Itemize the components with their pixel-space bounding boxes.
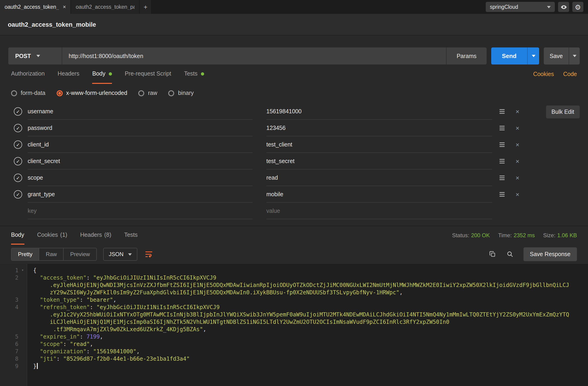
param-value-input[interactable]: test_client bbox=[266, 136, 492, 153]
drag-handle-icon[interactable] bbox=[496, 156, 508, 167]
json-key: "jti" bbox=[40, 356, 56, 362]
body-type-raw[interactable]: raw bbox=[138, 90, 157, 96]
tab-tests[interactable]: Tests bbox=[184, 64, 204, 84]
save-response-button[interactable]: Save Response bbox=[523, 247, 577, 261]
save-button[interactable]: Save bbox=[544, 47, 569, 64]
param-key-input[interactable]: scope bbox=[28, 169, 252, 186]
drag-handle-icon[interactable] bbox=[496, 172, 508, 183]
line-number: 4 bbox=[0, 304, 19, 311]
remove-row-icon[interactable]: × bbox=[511, 106, 524, 117]
tab-label: Cookies bbox=[37, 232, 58, 238]
view-mode-raw[interactable]: Raw bbox=[39, 248, 64, 260]
code-line: 5"expires_in": 7199, bbox=[0, 333, 588, 340]
response-tab-body[interactable]: Body bbox=[11, 226, 24, 244]
json-string: .eyJ1c2VyX25hbWUiOiIxNTYxOTg0MTAwMCIsInN… bbox=[50, 311, 569, 318]
wrap-lines-button[interactable] bbox=[142, 248, 156, 261]
param-key-placeholder[interactable]: key bbox=[28, 203, 252, 219]
json-punct: : bbox=[86, 348, 93, 355]
format-label: JSON bbox=[109, 251, 124, 258]
send-group: Send bbox=[491, 47, 539, 64]
tab-authorization[interactable]: Authorization bbox=[11, 64, 45, 84]
param-key-input[interactable]: grant_type bbox=[28, 186, 252, 203]
param-checkbox[interactable]: ✓ bbox=[14, 190, 22, 199]
remove-row-icon[interactable]: × bbox=[511, 172, 524, 183]
body-type-x-www-form-urlencoded[interactable]: x-www-form-urlencoded bbox=[56, 90, 127, 96]
remove-row-icon[interactable]: × bbox=[511, 139, 524, 150]
remove-row-icon[interactable]: × bbox=[511, 122, 524, 134]
drag-handle-icon[interactable] bbox=[496, 122, 508, 134]
tab-count: (1) bbox=[60, 232, 67, 238]
radio-label: raw bbox=[148, 90, 157, 96]
topbar-controls: springCloud ⚙ bbox=[486, 0, 588, 14]
save-options-button[interactable] bbox=[569, 47, 580, 64]
param-checkbox[interactable]: ✓ bbox=[14, 157, 22, 165]
tab-headers[interactable]: Headers bbox=[58, 64, 80, 84]
view-mode-pretty[interactable]: Pretty bbox=[12, 248, 39, 260]
param-key-input[interactable]: client_secret bbox=[28, 153, 252, 169]
code-lines: 1▾{2"access_token": "eyJhbGciOiJIUzI1NiI… bbox=[0, 267, 588, 370]
method-select[interactable]: POST bbox=[8, 47, 62, 64]
url-input[interactable]: http://host1:8000/oauth/token bbox=[62, 47, 446, 64]
param-value-input[interactable]: 15619841000 bbox=[266, 103, 492, 120]
drag-handle-icon[interactable] bbox=[496, 139, 508, 150]
line-number: 9 bbox=[0, 363, 19, 370]
param-value-input[interactable]: mobile bbox=[266, 186, 492, 203]
request-tab-active[interactable]: oauth2_access_token_ × bbox=[0, 0, 71, 14]
param-checkbox[interactable]: ✓ bbox=[14, 141, 22, 149]
settings-button[interactable]: ⚙ bbox=[572, 2, 583, 12]
environment-select[interactable]: springCloud bbox=[486, 2, 555, 12]
param-key-input[interactable]: client_id bbox=[28, 136, 252, 153]
response-panel: Body Cookies (1) Headers (8) Tests Statu… bbox=[0, 226, 588, 386]
request-tab-inactive[interactable]: oauth2_access_token_passv bbox=[71, 0, 140, 14]
code-link[interactable]: Code bbox=[563, 71, 577, 77]
param-checkbox[interactable]: ✓ bbox=[14, 107, 22, 116]
json-punct: , bbox=[203, 326, 206, 333]
body-type-form-data[interactable]: form-data bbox=[11, 90, 45, 96]
json-string: "eyJhbGciOiJIUzI1NiIsInR5cCI6IkpXVCJ9 bbox=[97, 304, 220, 310]
copy-response-button[interactable] bbox=[485, 248, 499, 261]
time-badge: Time:2352 ms bbox=[498, 232, 535, 239]
param-value-placeholder[interactable]: value bbox=[266, 203, 492, 219]
param-key-input[interactable]: password bbox=[28, 120, 252, 136]
environment-quicklook-button[interactable] bbox=[558, 2, 569, 12]
remove-row-icon[interactable]: × bbox=[511, 156, 524, 167]
new-tab-button[interactable]: + bbox=[140, 0, 152, 14]
tab-label: oauth2_access_token_passv bbox=[76, 4, 135, 10]
send-options-button[interactable] bbox=[527, 47, 539, 64]
line-number bbox=[0, 311, 19, 318]
param-checkbox[interactable]: ✓ bbox=[14, 174, 22, 182]
cookies-link[interactable]: Cookies bbox=[533, 71, 554, 77]
chevron-down-icon bbox=[532, 55, 535, 57]
line-number bbox=[0, 282, 19, 289]
search-response-button[interactable] bbox=[503, 248, 517, 261]
remove-row-icon[interactable]: × bbox=[511, 189, 524, 200]
drag-handle-icon[interactable] bbox=[496, 189, 508, 200]
param-value-input[interactable]: test_secret bbox=[266, 153, 492, 169]
params-button[interactable]: Params bbox=[446, 47, 487, 64]
response-format-select[interactable]: JSON bbox=[103, 248, 137, 261]
view-mode-preview[interactable]: Preview bbox=[64, 248, 96, 260]
response-tab-tests[interactable]: Tests bbox=[124, 226, 138, 244]
json-key: "expires_in" bbox=[40, 333, 80, 340]
param-value-input[interactable]: 123456 bbox=[266, 120, 492, 136]
json-key: "scope" bbox=[40, 341, 63, 347]
response-tab-cookies[interactable]: Cookies (1) bbox=[37, 226, 67, 244]
fold-gutter bbox=[19, 348, 27, 355]
json-punct: , bbox=[113, 297, 116, 303]
fold-gutter bbox=[19, 304, 27, 311]
body-type-binary[interactable]: binary bbox=[168, 90, 194, 96]
json-string: "15619841000" bbox=[93, 348, 136, 355]
param-key-input[interactable]: username bbox=[28, 103, 252, 120]
close-tab-icon[interactable]: × bbox=[63, 4, 66, 10]
response-tab-headers[interactable]: Headers (8) bbox=[80, 226, 111, 244]
drag-handle-icon[interactable] bbox=[496, 106, 508, 117]
json-string: .eyJleHAiOjE1NjQwNDI3MjcsInVzZXJfbmFtZSI… bbox=[50, 282, 569, 288]
bulk-edit-button[interactable]: Bulk Edit bbox=[546, 105, 580, 118]
fold-caret-icon[interactable]: ▾ bbox=[19, 267, 27, 274]
param-checkbox[interactable]: ✓ bbox=[14, 124, 22, 132]
tab-label: Headers bbox=[58, 70, 80, 77]
param-value-input[interactable]: read bbox=[266, 169, 492, 186]
tab-prerequest-script[interactable]: Pre-request Script bbox=[125, 64, 171, 84]
send-button[interactable]: Send bbox=[491, 47, 527, 64]
tab-body[interactable]: Body bbox=[92, 64, 112, 84]
